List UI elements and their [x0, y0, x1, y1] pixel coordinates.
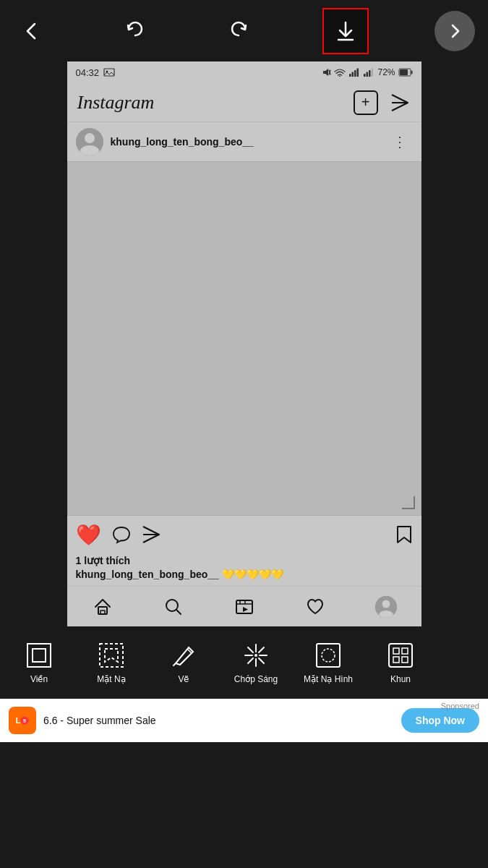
status-bar: 04:32 — [67, 61, 421, 83]
lazada-badge-icon: 9 — [20, 716, 29, 725]
new-post-button[interactable]: + — [354, 90, 378, 115]
back-button[interactable] — [13, 12, 51, 50]
svg-rect-10 — [354, 70, 356, 77]
tool-mat-na[interactable]: Mặt Nạ — [75, 630, 147, 695]
top-toolbar — [0, 0, 488, 61]
post-header: khung_long_ten_bong_beo__ ⋮ — [67, 122, 421, 161]
lazada-logo-text: L — [16, 716, 21, 725]
battery-icon — [398, 68, 413, 77]
nav-profile[interactable] — [368, 591, 404, 623]
svg-rect-50 — [317, 644, 340, 667]
caption-username: khung_long_ten_bong_beo__ — [76, 569, 219, 580]
sparkle-icon — [241, 641, 270, 670]
svg-rect-15 — [372, 69, 374, 77]
tool-khun[interactable]: Khun — [364, 630, 437, 695]
home-icon — [93, 597, 112, 616]
tool-chop-sang-label: Chớp Sáng — [234, 674, 278, 684]
svg-point-7 — [339, 76, 341, 77]
tool-chop-sang[interactable]: Chớp Sáng — [220, 630, 292, 695]
share-button[interactable] — [142, 525, 160, 544]
svg-line-27 — [176, 610, 181, 614]
nav-search[interactable] — [155, 591, 192, 623]
comment-button[interactable] — [111, 524, 132, 545]
image-corner-indicator — [402, 496, 415, 509]
post-image — [67, 161, 421, 516]
post-info: 1 lượt thích khung_long_ten_bong_beo__ 💛… — [67, 553, 421, 586]
nav-avatar — [375, 596, 397, 618]
tool-vien[interactable]: Viền — [3, 630, 75, 695]
svg-line-45 — [248, 647, 253, 652]
svg-rect-55 — [393, 657, 399, 663]
tool-khun-label: Khun — [390, 674, 411, 684]
svg-rect-8 — [349, 74, 351, 77]
svg-line-48 — [248, 658, 253, 663]
nav-home[interactable] — [85, 591, 121, 623]
svg-line-46 — [259, 658, 264, 663]
frame2-icon — [386, 641, 415, 670]
frame-icon — [25, 641, 53, 670]
forward-button[interactable] — [435, 11, 475, 51]
send-button[interactable] — [388, 91, 411, 114]
download-button[interactable] — [322, 8, 369, 54]
instagram-logo: Instagram — [77, 92, 155, 114]
mute-icon — [321, 67, 331, 77]
svg-rect-17 — [400, 69, 408, 75]
like-button[interactable]: ❤️ — [76, 523, 101, 547]
phone-screen: 04:32 — [67, 61, 421, 626]
image-icon — [103, 68, 115, 77]
mask-icon — [97, 641, 126, 670]
svg-rect-12 — [364, 74, 366, 77]
tool-vien-label: Viền — [30, 674, 48, 684]
post-username: khung_long_ten_bong_beo__ — [111, 136, 380, 148]
post-more-button[interactable]: ⋮ — [387, 130, 413, 153]
svg-line-39 — [174, 663, 176, 665]
redo-button[interactable] — [220, 12, 257, 50]
pen-icon — [169, 641, 198, 670]
instagram-header: Instagram + — [67, 83, 421, 122]
caption-emoji: 💛💛💛💛💛 — [222, 569, 283, 580]
tool-mat-na-hinh[interactable]: Mặt Nạ Hình — [292, 630, 364, 695]
tool-mat-na-hinh-label: Mặt Nạ Hình — [304, 674, 353, 684]
svg-rect-18 — [411, 71, 412, 75]
svg-point-51 — [322, 649, 335, 662]
svg-point-49 — [254, 654, 257, 657]
svg-rect-25 — [100, 610, 105, 614]
search-icon — [164, 597, 183, 616]
battery-percent: 72% — [377, 67, 395, 77]
svg-marker-4 — [323, 69, 328, 76]
plus-icon: + — [361, 94, 370, 111]
signal-icon — [348, 68, 360, 77]
heart-outline-icon — [306, 597, 325, 616]
svg-rect-54 — [402, 648, 408, 654]
tool-ve[interactable]: Vẽ — [147, 630, 220, 695]
svg-text:9: 9 — [23, 718, 26, 723]
svg-rect-37 — [33, 649, 46, 662]
svg-rect-38 — [100, 644, 123, 667]
shop-now-button[interactable]: Shop Now — [401, 708, 479, 733]
tool-ve-label: Vẽ — [178, 674, 189, 684]
instagram-bottom-nav — [67, 586, 421, 626]
sponsored-label: Sponsored — [441, 702, 479, 710]
avatar-image — [76, 128, 103, 156]
ad-banner: Sponsored L 9 6.6 - Super summer Sale Sh… — [0, 699, 488, 742]
wifi-icon — [334, 68, 346, 77]
user-avatar[interactable] — [76, 128, 103, 156]
time-display: 04:32 — [76, 67, 100, 78]
send-icon — [390, 93, 409, 112]
status-left: 04:32 — [76, 67, 116, 78]
svg-rect-9 — [352, 72, 354, 77]
svg-rect-52 — [389, 644, 412, 667]
tool-mat-na-label: Mặt Nạ — [97, 674, 125, 684]
svg-rect-28 — [236, 600, 252, 613]
svg-rect-11 — [357, 69, 359, 77]
svg-rect-13 — [367, 72, 369, 77]
nav-reels[interactable] — [226, 591, 262, 623]
status-right: 72% — [321, 67, 412, 77]
post-caption: khung_long_ten_bong_beo__ 💛💛💛💛💛 — [76, 569, 413, 580]
svg-marker-32 — [243, 607, 248, 612]
svg-rect-56 — [402, 657, 408, 663]
nav-activity[interactable] — [297, 591, 333, 623]
svg-rect-36 — [27, 644, 51, 667]
undo-button[interactable] — [116, 12, 154, 50]
bookmark-button[interactable] — [395, 525, 413, 544]
